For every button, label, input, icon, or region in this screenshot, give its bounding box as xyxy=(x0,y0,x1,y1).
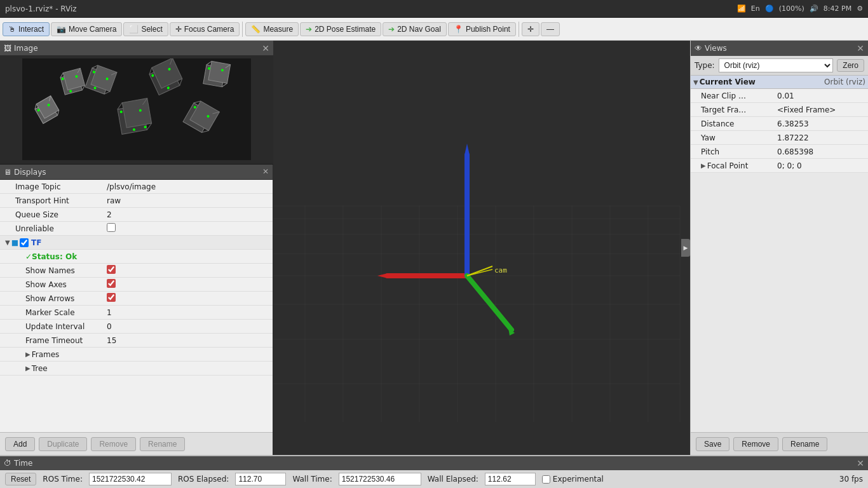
nav-goal-button[interactable]: ➔ 2D Nav Goal xyxy=(383,22,447,36)
add-button[interactable]: Add xyxy=(5,437,35,451)
settings-icon[interactable]: ⚙ xyxy=(857,4,863,13)
timebar: ⏱ Time ✕ Reset ROS Time: ROS Elapsed: Wa… xyxy=(0,455,868,488)
prop-tree: ▶ Tree xyxy=(0,362,273,376)
prop-name-update-interval: Update Interval xyxy=(3,322,104,331)
views-prop-focal-point[interactable]: ▶ Focal Point 0; 0; 0 xyxy=(691,159,868,173)
move-camera-icon: 📷 xyxy=(57,25,66,34)
timebar-header: ⏱ Time ✕ xyxy=(0,456,868,470)
wall-elapsed-input[interactable] xyxy=(485,473,536,485)
prop-value-show-axes xyxy=(104,279,270,290)
wall-time-input[interactable] xyxy=(339,473,421,485)
tf-checkbox-checked: ■ xyxy=(11,238,18,247)
prop-value-update-interval: 0 xyxy=(104,322,270,331)
volume-icon: 🔊 xyxy=(810,4,818,13)
experimental-row: Experimental xyxy=(542,475,604,484)
prop-frame-timeout: Frame Timeout 15 xyxy=(0,334,273,348)
move-camera-button[interactable]: 📷 Move Camera xyxy=(51,22,122,36)
prop-show-arrows: Show Arrows xyxy=(0,292,273,306)
show-axes-checkbox[interactable] xyxy=(107,279,116,288)
tree-expand-arrow[interactable]: ▶ xyxy=(25,365,31,372)
near-clip-value: 0.01 xyxy=(777,92,865,100)
views-save-button[interactable]: Save xyxy=(696,437,729,451)
image-close-button[interactable]: ✕ xyxy=(262,43,269,53)
ros-elapsed-input[interactable] xyxy=(235,473,286,485)
unreliable-checkbox[interactable] xyxy=(107,223,116,232)
prop-tf: ▼ ■ TF xyxy=(0,236,273,250)
prop-status: ✓ Status: Ok xyxy=(0,250,273,264)
yaw-value: 1.87222 xyxy=(777,133,865,142)
prop-queue-size: Queue Size 2 xyxy=(0,208,273,222)
tf-expand-arrow[interactable]: ▼ xyxy=(5,239,10,246)
prop-value-marker-scale: 1 xyxy=(104,308,270,317)
views-type-row: Type: Orbit (rviz) FPS (rviz) TopDownOrt… xyxy=(691,56,868,76)
views-prop-yaw: Yaw 1.87222 xyxy=(691,131,868,145)
displays-content[interactable]: Image Topic /plsvo/image Transport Hint … xyxy=(0,180,273,432)
toolbar: 🖱 Interact 📷 Move Camera ⬜ Select ✛ Focu… xyxy=(0,18,868,41)
current-view-expand-arrow[interactable]: ▼ xyxy=(693,79,698,86)
svg-rect-56 xyxy=(273,41,690,455)
interact-button[interactable]: 🖱 Interact xyxy=(3,22,50,36)
prop-name-show-names: Show Names xyxy=(3,266,104,275)
measure-button[interactable]: 📏 Measure xyxy=(245,22,299,36)
extra-button2[interactable]: — xyxy=(541,22,560,36)
prop-value-transport-hint: raw xyxy=(104,196,270,205)
views-rename-button[interactable]: Rename xyxy=(782,437,827,451)
show-names-checkbox[interactable] xyxy=(107,265,116,274)
tf-label: TF xyxy=(31,238,41,247)
nav-goal-icon: ➔ xyxy=(388,25,395,34)
views-zero-button[interactable]: Zero xyxy=(837,59,864,72)
image-panel-icon: 🖼 xyxy=(4,44,11,53)
prop-value-queue-size: 2 xyxy=(104,210,270,219)
3d-viewport[interactable]: cam ▶ xyxy=(273,41,690,455)
ros-elapsed-label: ROS Elapsed: xyxy=(178,475,229,484)
prop-value-frame-timeout: 15 xyxy=(104,336,270,345)
extra-icon: ✛ xyxy=(527,25,534,34)
ros-time-input[interactable] xyxy=(89,473,172,485)
focal-point-value: 0; 0; 0 xyxy=(777,161,865,170)
status-checkmark: ✓ xyxy=(25,252,32,261)
displays-panel: 🖥 Displays ✕ Image Topic /plsvo/image Tr… xyxy=(0,165,273,455)
prop-show-names: Show Names xyxy=(0,264,273,278)
duplicate-button[interactable]: Duplicate xyxy=(39,437,87,451)
show-arrows-checkbox[interactable] xyxy=(107,293,116,302)
toolbar-separator-2 xyxy=(519,22,519,37)
focal-point-expand-arrow[interactable]: ▶ xyxy=(701,162,706,169)
tf-enabled-checkbox[interactable] xyxy=(20,238,29,247)
image-panel: 🖼 Image ✕ xyxy=(0,41,273,165)
prop-unreliable: Unreliable xyxy=(0,222,273,236)
wifi-icon: 📶 xyxy=(737,4,746,13)
prop-name-show-axes: Show Axes xyxy=(3,280,104,289)
extra-button[interactable]: ✛ xyxy=(522,22,539,36)
reset-button[interactable]: Reset xyxy=(5,473,36,485)
publish-point-icon: 📍 xyxy=(454,25,463,34)
views-remove-button[interactable]: Remove xyxy=(733,437,778,451)
views-prop-pitch: Pitch 0.685398 xyxy=(691,145,868,159)
views-prop-near-clip: Near Clip … 0.01 xyxy=(691,89,868,103)
prop-frames: ▶ Frames xyxy=(0,348,273,362)
battery-label: (100%) xyxy=(779,4,804,13)
prop-name-tree: ▶ Tree xyxy=(3,364,104,373)
pose-estimate-button[interactable]: ➔ 2D Pose Estimate xyxy=(300,22,381,36)
displays-header: 🖥 Displays ✕ xyxy=(0,165,273,180)
collapse-panel-arrow[interactable]: ▶ xyxy=(681,239,690,257)
displays-close-button[interactable]: ✕ xyxy=(262,167,269,176)
prop-image-topic: Image Topic /plsvo/image xyxy=(0,180,273,194)
rename-button[interactable]: Rename xyxy=(140,437,185,451)
focus-camera-button[interactable]: ✛ Focus Camera xyxy=(170,22,240,36)
views-type-select[interactable]: Orbit (rviz) FPS (rviz) TopDownOrtho (rv… xyxy=(719,58,834,72)
experimental-checkbox[interactable] xyxy=(542,475,550,484)
frames-expand-arrow[interactable]: ▶ xyxy=(25,351,31,358)
distance-value: 6.38253 xyxy=(777,119,865,128)
wall-elapsed-label: Wall Elapsed: xyxy=(428,475,478,484)
target-frame-value: <Fixed Frame> xyxy=(777,105,865,114)
select-button[interactable]: ⬜ Select xyxy=(123,22,168,36)
publish-point-button[interactable]: 📍 Publish Point xyxy=(448,22,516,36)
remove-button[interactable]: Remove xyxy=(91,437,136,451)
svg-rect-33 xyxy=(122,98,151,128)
timebar-close-button[interactable]: ✕ xyxy=(857,458,864,468)
measure-icon: 📏 xyxy=(251,25,261,34)
prop-name-transport-hint: Transport Hint xyxy=(3,196,104,205)
views-close-button[interactable]: ✕ xyxy=(857,43,864,53)
titlebar: plsvo-1.rviz* - RViz 📶 En 🔵 (100%) 🔊 8:4… xyxy=(0,0,868,18)
cam-label: cam xyxy=(494,266,507,274)
